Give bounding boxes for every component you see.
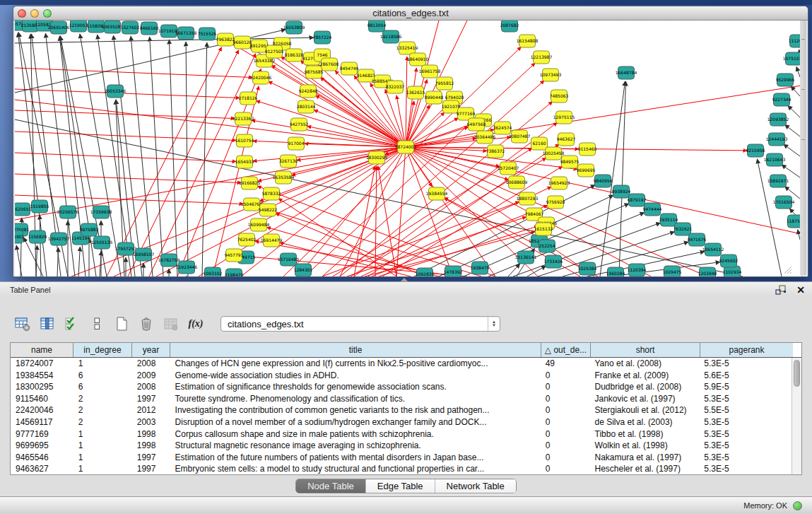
graph-node[interactable]: 8186328 [285,49,304,62]
graph-node[interactable]: 15720407 [498,162,519,175]
table-cell[interactable]: 18724007 [11,358,73,370]
dropdown-stepper-icon[interactable]: ▲▼ [488,317,500,331]
graph-node[interactable]: 16210643 [764,153,786,166]
table-cell[interactable]: Wolkin et al. (1998) [590,440,700,452]
table-cell[interactable]: 1 [73,428,132,440]
graph-node[interactable]: 5878332 [262,187,281,200]
table-cell[interactable]: 2003 [132,416,170,428]
graph-node[interactable]: 9227349 [772,93,792,106]
table-cell[interactable]: Nakamura et al. (1997) [590,452,700,464]
graph-node[interactable]: 7963822 [216,33,235,46]
table-cell[interactable]: 0 [541,463,590,474]
graph-node[interactable]: 15751074 [783,52,802,65]
table-cell[interactable]: Hescheler et al. (1997) [590,463,700,474]
close-panel-icon[interactable]: ✕ [796,285,805,295]
table-cell[interactable]: 5.9E-5 [699,381,792,393]
graph-node[interactable]: 62160 [531,137,548,150]
table-cell[interactable]: 0 [541,452,590,464]
graph-node[interactable]: 2620651 [15,203,32,216]
table-cell[interactable]: 0 [541,393,590,405]
graph-node[interactable]: 9975887 [80,223,99,236]
table-body[interactable]: 1872400712008Changes of HCN gene express… [11,358,792,474]
column-header-0[interactable]: name [11,343,73,357]
graph-node[interactable]: 9457791 [225,249,244,262]
delete-column-icon[interactable] [136,315,156,333]
graph-node[interactable]: 22420046 [250,71,272,84]
zoom-window-button[interactable] [43,9,52,18]
table-cell[interactable]: 5.3E-5 [699,440,792,452]
graph-node[interactable]: 12975115 [553,111,575,124]
graph-node[interactable]: 9115460 [578,143,597,156]
graph-node[interactable]: 1527602 [121,21,140,34]
graph-node[interactable]: 2718126 [239,92,258,105]
graph-node[interactable]: 917004 [288,137,305,150]
tab-node-table[interactable]: Node Table [296,479,366,493]
graph-node[interactable]: 20691406 [48,21,70,34]
graph-node[interactable]: 9242848 [299,85,318,98]
graph-node[interactable]: 6879197 [628,194,647,206]
table-cell[interactable]: 2 [73,393,132,405]
graph-node[interactable]: 1733426 [544,255,563,268]
network-window-titlebar[interactable]: citations_edges.txt [13,6,808,21]
tab-network-table[interactable]: Network Table [435,479,516,493]
graph-node[interactable]: 2087682 [500,21,519,32]
graph-node[interactable]: 18300295 [366,151,388,164]
tab-edge-table[interactable]: Edge Table [366,479,435,493]
table-scrollbar-thumb[interactable] [794,360,800,387]
graph-node[interactable]: 7955812 [435,77,454,90]
graph-node[interactable]: 15136141 [515,251,537,264]
graph-node[interactable]: 17016504 [773,196,795,209]
graph-node[interactable]: 10973493 [540,69,562,81]
column-header-1[interactable]: in_degree [73,343,132,357]
graph-node[interactable]: 19384554 [426,187,448,200]
graph-node[interactable]: 12444193 [766,133,788,146]
table-mode-icon[interactable] [13,315,33,333]
graph-node[interactable]: 20053346 [105,85,126,98]
table-cell[interactable]: 5.3E-5 [699,416,792,428]
table-cell[interactable]: Embryonic stem cells: a model to study s… [170,463,541,474]
table-cell[interactable]: Estimation of significance thresholds fo… [170,381,541,393]
table-cell[interactable]: 1 [73,440,132,452]
graph-node[interactable]: 16648784 [616,66,637,79]
table-cell[interactable]: 2009 [132,370,170,382]
graph-node[interactable]: 18807293 [517,192,539,205]
graph-node[interactable]: 1219053 [69,21,88,32]
table-row[interactable]: 1872400712008Changes of HCN gene express… [11,358,792,370]
table-row[interactable]: 977716911998Corpus callosum shape and si… [11,428,792,440]
graph-node[interactable]: 11923446 [176,261,198,274]
graph-node[interactable]: 1560284 [606,267,625,276]
table-row[interactable]: 946362711997Embryonic stem cells: a mode… [11,463,792,474]
graph-node[interactable]: 16353584 [273,171,295,184]
table-cell[interactable]: 49 [541,358,590,370]
graph-node[interactable]: 7632621 [673,223,693,235]
graph-node[interactable]: 8322037 [386,81,405,93]
graph-node[interactable]: 9660128 [233,36,252,49]
graph-node[interactable]: 7857224 [313,31,332,44]
graph-node[interactable]: 9756928 [546,196,565,209]
graph-node[interactable]: 1284301 [294,264,313,276]
table-cell[interactable]: 2 [73,404,132,416]
graph-node[interactable]: 2198470 [225,269,244,276]
graph-node[interactable]: 3915901 [15,230,25,243]
graph-node[interactable]: 12213363 [233,112,254,125]
graph-node[interactable]: 10025458 [543,147,565,160]
graph-node[interactable]: 16914479 [261,234,283,247]
graph-node[interactable]: 19166825 [239,177,261,189]
table-cell[interactable]: 0 [541,440,590,452]
table-row[interactable]: 2242004622012Investigating the contribut… [11,404,792,416]
table-cell[interactable]: Estimation of the future numbers of pati… [170,452,541,464]
graph-node[interactable]: 10807487 [509,130,531,143]
table-row[interactable]: 1456911722003Disruption of a novel membe… [11,416,792,428]
table-scrollbar[interactable] [792,358,801,474]
graph-node[interactable]: 252254 [539,240,555,252]
column-header-4[interactable]: △ out_de... [541,343,591,357]
table-cell[interactable]: 1 [73,452,132,464]
graph-node[interactable]: 16958107 [133,248,155,261]
graph-node[interactable]: 9474444 [643,203,662,216]
table-cell[interactable]: 5.6E-5 [699,370,792,382]
table-header-row[interactable]: namein_degreeyeartitle△ out_de...shortpa… [11,343,801,358]
table-cell[interactable]: 1997 [132,463,170,474]
graph-node[interactable]: 16154808 [517,35,539,47]
table-cell[interactable]: Tibbo et al. (1998) [590,428,700,440]
table-cell[interactable]: 9465546 [11,452,73,464]
